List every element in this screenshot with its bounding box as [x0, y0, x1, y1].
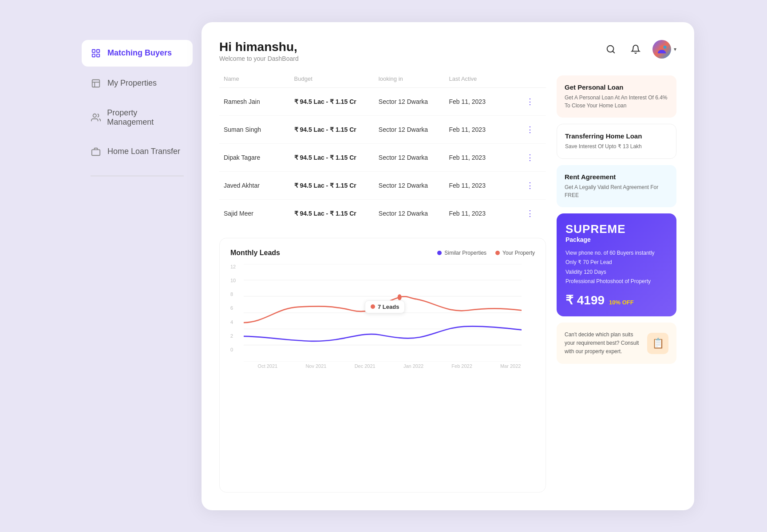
cell-name-4: Sajid Meer [224, 210, 294, 217]
supreme-feature-4: Professional Photoshoot of Property [565, 277, 668, 287]
cell-budget-4: ₹ 94.5 Lac - ₹ 1.15 Cr [294, 210, 379, 217]
svg-point-12 [664, 45, 667, 48]
cell-name-0: Ramesh Jain [224, 98, 294, 105]
sidebar-label-property-management: Property Management [107, 108, 184, 127]
row-menu-1[interactable]: ⋮ [519, 125, 542, 134]
col-name: Name [224, 75, 294, 82]
avatar [652, 40, 671, 59]
sidebar-label-my-properties: My Properties [107, 79, 157, 88]
consult-icon: 📋 [647, 333, 668, 354]
personal-loan-desc: Get A Personal Loan At An Interest Of 6.… [565, 94, 668, 110]
notification-icon[interactable] [628, 41, 644, 57]
cell-budget-1: ₹ 94.5 Lac - ₹ 1.15 Cr [294, 126, 379, 133]
table-body: Ramesh Jain ₹ 94.5 Lac - ₹ 1.15 Cr Secto… [219, 88, 546, 227]
sidebar-label-matching-buyers: Matching Buyers [107, 48, 172, 58]
greeting-subtext: Welcome to your DashBoard [219, 55, 299, 62]
table-row: Dipak Tagare ₹ 94.5 Lac - ₹ 1.15 Cr Sect… [219, 144, 546, 172]
rent-title: Rent Agreement [565, 173, 668, 181]
cell-location-1: Sector 12 Dwarka [379, 126, 449, 133]
svg-line-10 [613, 51, 614, 53]
col-budget: Budget [294, 75, 379, 82]
svg-point-20 [398, 294, 402, 300]
row-menu-4[interactable]: ⋮ [519, 209, 542, 218]
chart-y-labels: 121086420 [230, 264, 236, 362]
rent-desc: Get A Legally Valid Rent Agreement For F… [565, 183, 668, 199]
row-menu-3[interactable]: ⋮ [519, 181, 542, 190]
consult-card[interactable]: Can't decide which plan suits your requi… [557, 323, 676, 364]
svg-point-11 [660, 45, 664, 49]
content-layout: Name Budget looking in Last Active Rames… [219, 75, 676, 493]
row-menu-0[interactable]: ⋮ [519, 97, 542, 106]
sidebar-item-property-management[interactable]: Property Management [82, 100, 193, 135]
sidebar: Matching Buyers My Properties Property [73, 22, 202, 510]
svg-rect-0 [92, 49, 95, 52]
table-header: Name Budget looking in Last Active [219, 75, 546, 88]
svg-point-7 [93, 114, 96, 117]
cell-last-active-0: Feb 11, 2023 [449, 98, 519, 105]
cell-name-2: Dipak Tagare [224, 154, 294, 161]
promo-card-home-loan: Transferring Home Loan Save Interest Of … [557, 124, 676, 159]
table-row: Javed Akhtar ₹ 94.5 Lac - ₹ 1.15 Cr Sect… [219, 172, 546, 200]
chart-title: Monthly Leads [230, 249, 280, 257]
sidebar-item-my-properties[interactable]: My Properties [82, 70, 193, 97]
supreme-feature-2: Only ₹ 70 Per Lead [565, 258, 668, 268]
cell-last-active-4: Feb 11, 2023 [449, 210, 519, 217]
chart-x-labels: Oct 2021 Nov 2021 Dec 2021 Jan 2022 Feb … [230, 363, 535, 369]
svg-rect-8 [92, 150, 100, 155]
users-icon [91, 112, 101, 123]
supreme-price: ₹ 4199 10% OFF [565, 293, 668, 307]
sidebar-label-home-loan-transfer: Home Loan Transfer [107, 147, 180, 156]
personal-loan-title: Get Personal Loan [565, 83, 668, 91]
cell-last-active-3: Feb 11, 2023 [449, 182, 519, 189]
supreme-subtitle: Package [565, 236, 668, 243]
legend-dot-similar [437, 251, 442, 255]
home-loan-title: Transferring Home Loan [565, 132, 668, 140]
cell-location-3: Sector 12 Dwarka [379, 182, 449, 189]
cell-location-4: Sector 12 Dwarka [379, 210, 449, 217]
home-loan-desc: Save Interest Of Upto ₹ 13 Lakh [565, 142, 668, 150]
table-row: Sajid Meer ₹ 94.5 Lac - ₹ 1.15 Cr Sector… [219, 200, 546, 227]
cell-location-0: Sector 12 Dwarka [379, 98, 449, 105]
left-panel: Name Budget looking in Last Active Rames… [219, 75, 546, 493]
header-actions: ▾ [603, 40, 676, 59]
supreme-feature-1: View phone no. of 60 Buyers instantly [565, 248, 668, 258]
legend-similar: Similar Properties [437, 250, 486, 256]
table-row: Suman Singh ₹ 94.5 Lac - ₹ 1.15 Cr Secto… [219, 116, 546, 144]
cell-name-1: Suman Singh [224, 126, 294, 133]
search-icon[interactable] [603, 41, 619, 57]
supreme-feature-3: Validity 120 Days [565, 268, 668, 277]
svg-rect-4 [92, 79, 100, 87]
svg-rect-3 [97, 54, 99, 56]
col-location: looking in [379, 75, 449, 82]
supreme-title: SUPREME [565, 222, 668, 236]
sidebar-divider [91, 176, 184, 176]
cell-budget-0: ₹ 94.5 Lac - ₹ 1.15 Cr [294, 98, 379, 105]
promo-card-rent: Rent Agreement Get A Legally Valid Rent … [557, 165, 676, 207]
layout-icon [91, 78, 101, 89]
buyers-table: Name Budget looking in Last Active Rames… [219, 75, 546, 227]
col-last-active: Last Active [449, 75, 519, 82]
consult-text: Can't decide which plan suits your requi… [565, 331, 642, 356]
chart-svg [230, 264, 522, 362]
supreme-discount: 10% OFF [609, 299, 634, 306]
right-panel: Get Personal Loan Get A Personal Loan At… [557, 75, 676, 493]
greeting-title: Hi himanshu, [219, 40, 299, 54]
user-avatar-wrapper[interactable]: ▾ [652, 40, 676, 59]
sidebar-item-matching-buyers[interactable]: Matching Buyers [82, 40, 193, 67]
supreme-card[interactable]: SUPREME Package View phone no. of 60 Buy… [557, 213, 676, 316]
supreme-amount: ₹ 4199 [565, 293, 605, 307]
svg-rect-1 [97, 49, 99, 52]
sidebar-item-home-loan-transfer[interactable]: Home Loan Transfer [82, 138, 193, 165]
chart-header: Monthly Leads Similar Properties Your Pr… [230, 249, 535, 257]
chart-legend: Similar Properties Your Property [437, 250, 535, 256]
main-card: Hi himanshu, Welcome to your DashBoard [202, 22, 694, 510]
cell-budget-2: ₹ 94.5 Lac - ₹ 1.15 Cr [294, 154, 379, 161]
chart-container: Monthly Leads Similar Properties Your Pr… [219, 238, 546, 493]
row-menu-2[interactable]: ⋮ [519, 153, 542, 162]
cell-last-active-1: Feb 11, 2023 [449, 126, 519, 133]
supreme-features: View phone no. of 60 Buyers instantly On… [565, 248, 668, 287]
header-greeting: Hi himanshu, Welcome to your DashBoard [219, 40, 299, 62]
grid-icon [91, 48, 101, 59]
legend-yours: Your Property [495, 250, 535, 256]
header: Hi himanshu, Welcome to your DashBoard [219, 40, 676, 62]
